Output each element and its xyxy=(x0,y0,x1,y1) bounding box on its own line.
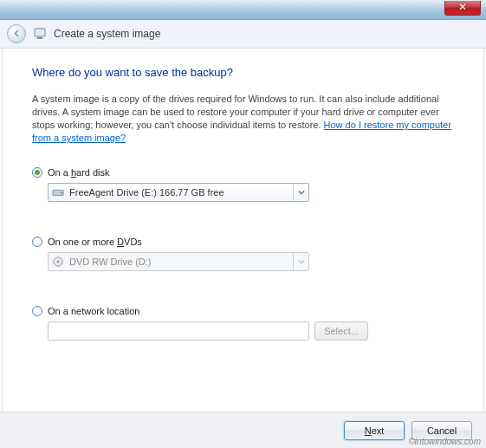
option-network-label: On a network location xyxy=(48,306,139,316)
close-icon: ✕ xyxy=(458,1,467,13)
label-segment: ext xyxy=(372,425,385,436)
content-area: Where do you want to save the backup? A … xyxy=(2,49,484,412)
label-segment: On one or more xyxy=(48,237,117,247)
window-title: Create a system image xyxy=(54,28,160,40)
option-dvd: On one or more DVDs DVD RW Drive (D:) xyxy=(32,237,454,271)
dvd-combo-value: DVD RW Drive (D:) xyxy=(69,256,152,267)
cancel-button[interactable]: Cancel xyxy=(411,421,472,440)
network-select-button: Select... xyxy=(314,321,368,341)
radio-hard-disk[interactable] xyxy=(32,167,42,178)
option-dvd-label: On one or more DVDs xyxy=(48,237,142,247)
hard-disk-icon xyxy=(52,186,64,198)
back-arrow-icon xyxy=(12,29,22,40)
wizard-header: Create a system image xyxy=(0,20,486,49)
dvd-drive-icon xyxy=(52,256,64,268)
titlebar: ✕ xyxy=(0,0,486,20)
footer: Next Cancel xyxy=(0,412,486,448)
label-mnemonic: D xyxy=(117,237,124,247)
svg-point-5 xyxy=(57,261,60,263)
radio-dvd[interactable] xyxy=(32,237,42,247)
back-button[interactable] xyxy=(7,24,26,43)
network-path-row: Select... xyxy=(48,321,454,341)
chevron-down-icon xyxy=(293,253,308,270)
label-segment: ard disk xyxy=(76,167,110,178)
label-mnemonic: N xyxy=(365,425,372,436)
option-network: On a network location Select... xyxy=(32,306,454,341)
page-description: A system image is a copy of the drives r… xyxy=(32,93,454,145)
chevron-down-icon xyxy=(293,184,308,201)
network-path-input xyxy=(48,321,309,341)
svg-rect-0 xyxy=(35,29,45,36)
label-segment: VDs xyxy=(124,237,142,247)
hard-disk-combo-value: FreeAgent Drive (E:) 166.77 GB free xyxy=(69,187,224,198)
option-hard-disk: On a hard disk FreeAgent Drive (E:) 166.… xyxy=(32,167,454,202)
svg-point-3 xyxy=(61,192,62,194)
label-segment: On a xyxy=(48,167,71,178)
option-hard-disk-row[interactable]: On a hard disk xyxy=(32,167,454,178)
next-button[interactable]: Next xyxy=(344,421,405,440)
option-dvd-row[interactable]: On one or more DVDs xyxy=(32,237,454,247)
option-network-row[interactable]: On a network location xyxy=(32,306,454,316)
svg-rect-1 xyxy=(37,37,42,39)
close-button[interactable]: ✕ xyxy=(444,1,481,16)
dvd-combo: DVD RW Drive (D:) xyxy=(48,252,309,271)
page-heading: Where do you want to save the backup? xyxy=(32,66,454,79)
option-hard-disk-label: On a hard disk xyxy=(48,167,110,178)
system-image-icon xyxy=(33,27,47,41)
radio-network[interactable] xyxy=(32,306,42,316)
hard-disk-combo[interactable]: FreeAgent Drive (E:) 166.77 GB free xyxy=(48,183,309,202)
